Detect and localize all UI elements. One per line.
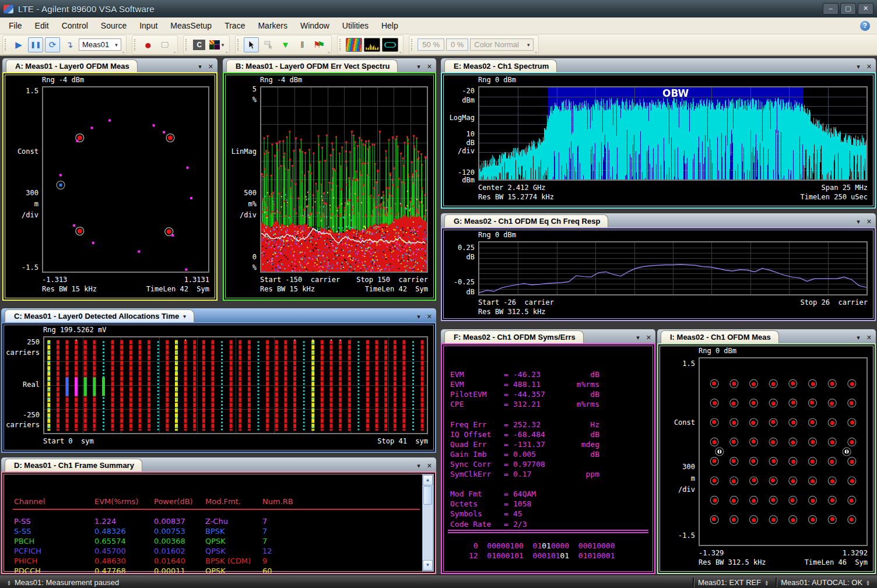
maximize-icon[interactable]: ▢	[840, 3, 856, 15]
menu-item-utilities[interactable]: Utilities	[336, 19, 375, 33]
play-icon[interactable]: ▶	[11, 37, 26, 52]
color-mode-value: Color Normal	[474, 40, 519, 49]
x-axis-right-label: 1.3131	[42, 276, 209, 284]
status-spinner-icon[interactable]: ▲▼	[7, 580, 11, 586]
status-spinner-icon[interactable]: ▲▼	[764, 580, 769, 586]
flag-marker-icon[interactable]: ⚑⚑	[311, 37, 327, 52]
panel-A: A: Meas01 - Layer0 OFDM Meas▾✕Rng -4 dBm…	[2, 58, 218, 301]
metric-row: Freq Err=252.32Hz	[450, 420, 648, 429]
vertical-scrollbar[interactable]: ▲▼	[422, 474, 433, 571]
panel-F-tab[interactable]: F: Meas02 - Ch1 OFDM Syms/Errs	[444, 330, 584, 343]
metric-row: EVM=-46.23dB	[450, 370, 648, 379]
bit-segment: 0000 00010000	[551, 541, 615, 550]
panel-G-tab[interactable]: G: Meas02 - Ch1 OFDM Eq Ch Freq Resp	[444, 214, 608, 227]
help-icon[interactable]: ?	[860, 21, 870, 31]
record-icon[interactable]: ●	[141, 37, 156, 52]
panel-G-menu-icon[interactable]: ▾	[857, 219, 860, 225]
panel-D-menu-icon[interactable]: ▾	[417, 463, 420, 469]
scrollbar-thumb[interactable]	[423, 486, 432, 505]
menu-item-markers[interactable]: Markers	[251, 19, 294, 33]
tab-dropdown-icon[interactable]: ▾	[183, 314, 186, 319]
panel-C-close-icon[interactable]: ✕	[427, 314, 432, 320]
spectrogram-view-icon[interactable]	[346, 38, 362, 52]
measurement-select[interactable]: Meas01 ▾	[79, 38, 121, 51]
player-icon[interactable]: 🖵	[157, 37, 173, 52]
scroll-down-icon[interactable]: ▼	[423, 560, 433, 571]
panel-A-menu-icon[interactable]: ▾	[198, 64, 202, 70]
table-cell: PCFICH	[14, 547, 41, 555]
menu-item-meassetup[interactable]: MeasSetup	[164, 19, 218, 33]
panel-E-close-icon[interactable]: ✕	[867, 64, 872, 70]
panel-B-menu-icon[interactable]: ▾	[417, 64, 420, 70]
plot-E-canvas[interactable]	[478, 86, 868, 181]
panel-A-tab[interactable]: A: Meas01 - Layer0 OFDM Meas	[6, 59, 138, 72]
measure-cursor-icon[interactable]	[261, 37, 276, 52]
table-cell: 7	[262, 517, 267, 526]
panel-D-tab[interactable]: D: Meas01 - Ch1 Frame Summary	[5, 459, 142, 471]
single-sweep-icon[interactable]: ↴	[62, 37, 77, 52]
plot-C-canvas[interactable]	[43, 336, 428, 434]
marker-icon[interactable]: ▼	[278, 37, 293, 52]
panel-F-menu-icon[interactable]: ▾	[636, 335, 640, 341]
menu-item-file[interactable]: File	[2, 19, 29, 33]
panel-F-close-icon[interactable]: ✕	[646, 335, 651, 341]
panel-B-buttons: ▾✕	[417, 64, 432, 72]
pause-icon[interactable]: ❚❚	[28, 37, 43, 52]
plot-B-canvas[interactable]	[260, 86, 428, 273]
menu-item-trace[interactable]: Trace	[218, 19, 251, 33]
percent1-field[interactable]: 50 %	[418, 38, 444, 51]
y-axis-label: 300	[5, 189, 38, 197]
panel-I-menu-icon[interactable]: ▾	[857, 335, 860, 341]
panel-I-close-icon[interactable]: ✕	[867, 335, 872, 341]
panel-C-tab[interactable]: C: Meas01 - Layer0 Detected Allocations …	[5, 309, 194, 322]
plot-G-canvas[interactable]	[478, 241, 868, 295]
panel-E-menu-icon[interactable]: ▾	[857, 64, 860, 70]
metric-equals: =	[504, 470, 513, 478]
metric-name: EVM	[450, 380, 504, 389]
eye-diagram-view-icon[interactable]	[382, 38, 398, 52]
restart-icon[interactable]: ⟳	[45, 37, 60, 52]
copy-icon[interactable]: C	[192, 37, 207, 52]
panel-A-close-icon[interactable]: ✕	[208, 64, 213, 70]
table-cell: 0.01640	[154, 557, 185, 565]
table-cell: 0.48326	[94, 527, 126, 536]
panel-G-close-icon[interactable]: ✕	[867, 219, 872, 225]
bit-segment: 12 01000101 000101	[469, 551, 560, 560]
metric-row-gap	[450, 410, 648, 419]
close-icon[interactable]: ✕	[858, 3, 874, 15]
panel-B-close-icon[interactable]: ✕	[427, 64, 432, 70]
panel-I-tab[interactable]: I: Meas02 - Ch1 OFDM Meas	[661, 330, 779, 343]
trace-desktop: A: Meas01 - Layer0 OFDM Meas▾✕Rng -4 dBm…	[0, 56, 877, 575]
plot-A-canvas[interactable]	[42, 86, 209, 273]
percent2-field[interactable]: 0 %	[446, 38, 468, 51]
timelen-label: TimeLen 42 Sym	[260, 285, 428, 293]
panel-E-tab[interactable]: E: Meas02 - Ch1 Spectrum	[444, 59, 557, 72]
color-mode-select[interactable]: Color Normal ▾	[470, 38, 534, 51]
panel-E-buttons: ▾✕	[857, 64, 872, 72]
menu-item-edit[interactable]: Edit	[29, 19, 55, 33]
status-spinner-icon[interactable]: ▲▼	[866, 580, 870, 586]
menu-item-control[interactable]: Control	[55, 19, 94, 33]
menu-item-source[interactable]: Source	[94, 19, 133, 33]
panel-D-close-icon[interactable]: ✕	[427, 463, 432, 469]
rng-label: Rng 0 dBm	[699, 347, 736, 355]
toolbar-group-record: ● 🖵 ⌄	[132, 35, 178, 55]
metric-name: Code Rate	[450, 520, 504, 529]
panel-B-tab[interactable]: B: Meas01 - Layer0 OFDM Err Vect Spectru	[226, 59, 398, 72]
scrollbar-track[interactable]	[423, 505, 433, 560]
layout-grid-icon[interactable]: ▾	[209, 37, 225, 52]
band-marker-icon[interactable]: ‖	[294, 37, 310, 52]
separator-line	[448, 530, 648, 533]
panel-C-menu-icon[interactable]: ▾	[417, 314, 420, 320]
scroll-up-icon[interactable]: ▲	[423, 475, 433, 485]
spectrum-view-icon[interactable]	[364, 38, 380, 52]
select-cursor-icon[interactable]	[244, 37, 259, 52]
app-icon	[3, 5, 13, 13]
menu-item-input[interactable]: Input	[133, 19, 164, 33]
menu-item-help[interactable]: Help	[375, 19, 405, 33]
minimize-icon[interactable]: –	[823, 3, 839, 15]
plot-I-canvas[interactable]	[699, 357, 868, 546]
menu-item-window[interactable]: Window	[294, 19, 336, 33]
panel-F-content: EVM=-46.23dBEVM=488.11m%rmsPilotEVM=-44.…	[441, 343, 655, 574]
table-header-0: Channel	[14, 497, 45, 506]
